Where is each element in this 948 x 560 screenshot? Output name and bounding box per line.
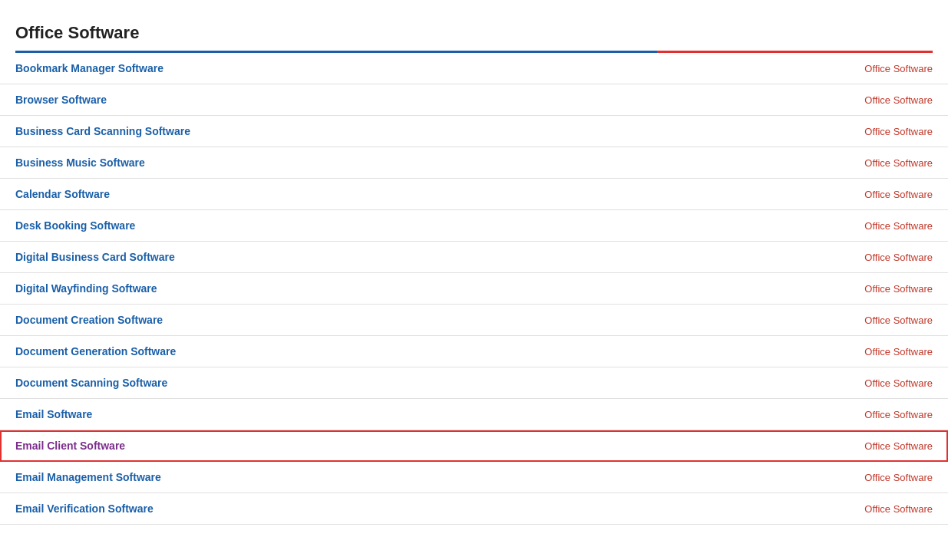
list-item: Calendar SoftwareOffice Software [0,179,948,210]
list-item-category: Office Software [864,94,933,106]
list-item-category: Office Software [864,346,933,357]
list-item: Desk Booking SoftwareOffice Software [0,210,948,242]
list-item-category: Office Software [864,220,933,232]
page-title: Office Software [15,23,933,43]
page-title-section: Office Software [0,15,948,53]
software-list: Bookmark Manager SoftwareOffice Software… [0,53,948,525]
list-item: Browser SoftwareOffice Software [0,84,948,116]
list-item-link[interactable]: Email Management Software [15,471,161,483]
list-item-link[interactable]: Desk Booking Software [15,219,135,232]
list-item-link[interactable]: Digital Wayfinding Software [15,282,157,295]
list-item-link[interactable]: Email Verification Software [15,502,154,515]
list-item: Digital Wayfinding SoftwareOffice Softwa… [0,273,948,305]
list-item-link[interactable]: Calendar Software [15,188,110,200]
list-item: Business Card Scanning SoftwareOffice So… [0,116,948,147]
list-item-link[interactable]: Digital Business Card Software [15,251,175,263]
list-item: Document Creation SoftwareOffice Softwar… [0,305,948,336]
list-item-category: Office Software [864,440,933,452]
list-item-link[interactable]: Email Client Software [15,440,125,452]
list-item: Bookmark Manager SoftwareOffice Software [0,53,948,84]
page-container: Office Software Bookmark Manager Softwar… [0,0,948,560]
list-item-category: Office Software [864,252,933,263]
list-item: Email Client SoftwareOffice Software [0,430,948,462]
list-item-category: Office Software [864,63,933,74]
list-item-link[interactable]: Business Music Software [15,156,145,169]
list-item-category: Office Software [864,283,933,295]
list-item-category: Office Software [864,409,933,420]
list-item: Email Verification SoftwareOffice Softwa… [0,493,948,525]
list-item: Business Music SoftwareOffice Software [0,147,948,179]
list-item: Document Scanning SoftwareOffice Softwar… [0,367,948,399]
list-item: Email Management SoftwareOffice Software [0,462,948,493]
list-item-category: Office Software [864,157,933,169]
list-item-category: Office Software [864,126,933,137]
list-item-category: Office Software [864,189,933,200]
list-item-link[interactable]: Document Generation Software [15,345,176,357]
list-item: Document Generation SoftwareOffice Softw… [0,336,948,367]
list-item-link[interactable]: Bookmark Manager Software [15,62,164,74]
list-item-link[interactable]: Email Software [15,408,92,420]
list-item-category: Office Software [864,315,933,326]
list-item: Digital Business Card SoftwareOffice Sof… [0,242,948,273]
list-item-link[interactable]: Document Creation Software [15,314,163,326]
list-item-link[interactable]: Browser Software [15,94,107,106]
list-item-link[interactable]: Document Scanning Software [15,377,167,389]
list-item-category: Office Software [864,503,933,515]
list-item-link[interactable]: Business Card Scanning Software [15,125,190,137]
list-item-category: Office Software [864,377,933,389]
list-item: Email SoftwareOffice Software [0,399,948,430]
list-item-category: Office Software [864,472,933,483]
